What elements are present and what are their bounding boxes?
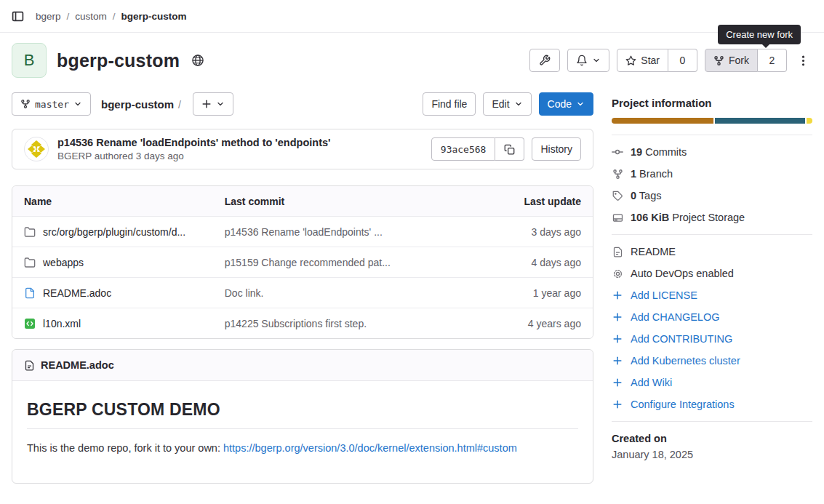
bell-icon	[576, 55, 588, 66]
table-row: README.adoc Doc link. 1 year ago	[12, 277, 593, 308]
top-bar: bgerp / custom / bgerp-custom	[0, 0, 824, 33]
clipboard-copy-icon	[504, 144, 515, 155]
project-identity: B bgerp-custom	[12, 43, 204, 78]
admin-wrench-button[interactable]	[529, 49, 560, 72]
language-bar[interactable]	[612, 118, 812, 124]
table-row: src/org/bgerp/plugin/custom/d... p14536 …	[12, 216, 593, 247]
file-icon	[612, 247, 623, 257]
column-header-name: Name	[24, 196, 225, 207]
sidebar-link-configure-integrations[interactable]: Configure Integrations	[612, 399, 812, 410]
readme-link[interactable]: https://bgerp.org/version/3.0/doc/kernel…	[223, 442, 517, 454]
file-name[interactable]: l10n.xml	[43, 318, 81, 329]
column-header-last-update: Last update	[475, 196, 581, 207]
sidebar-stat-storage[interactable]: 106 KiB Project Storage	[612, 212, 812, 223]
star-count[interactable]: 0	[668, 49, 697, 72]
more-options-button[interactable]	[794, 55, 812, 67]
readme-header[interactable]: README.adoc	[12, 350, 593, 381]
sidebar-item-auto-devops[interactable]: Auto DevOps enabled	[612, 268, 812, 279]
path-separator: /	[178, 99, 181, 111]
file-table-body: src/org/bgerp/plugin/custom/d... p14536 …	[12, 216, 593, 338]
sidebar-link-add-contributing[interactable]: Add CONTRIBUTING	[612, 333, 812, 345]
chevron-down-icon	[216, 100, 225, 108]
language-segment	[612, 118, 713, 124]
branch-selector[interactable]: master	[12, 92, 91, 116]
stat-value: 19	[631, 146, 642, 158]
stat-label: Project Storage	[672, 212, 745, 223]
sidebar-link-add-wiki[interactable]: Add Wiki	[612, 377, 812, 388]
commit-title[interactable]: p14536 Rename 'loadEndpoints' method to …	[57, 137, 331, 148]
breadcrumb-separator: /	[67, 11, 70, 22]
sidebar-item-readme[interactable]: README	[612, 246, 812, 257]
sidebar-link-add-kubernetes[interactable]: Add Kubernetes cluster	[612, 355, 812, 367]
add-file-button[interactable]	[193, 92, 233, 116]
fork-count[interactable]: 2	[758, 49, 787, 72]
last-commit-card: p14536 Rename 'loadEndpoints' method to …	[12, 129, 593, 169]
plus-icon	[612, 290, 623, 300]
star-icon	[625, 55, 636, 66]
created-on-value: January 18, 2025	[612, 449, 812, 460]
language-segment	[715, 118, 805, 124]
sidebar-stat-commits[interactable]: 19 Commits	[612, 146, 812, 158]
history-button[interactable]: History	[532, 137, 581, 161]
repo-root-crumb[interactable]: bgerp-custom	[101, 98, 174, 111]
breadcrumb-project[interactable]: bgerp-custom	[121, 11, 187, 22]
repo-toolbar: master bgerp-custom /	[12, 92, 593, 116]
tooltip-text: Create new fork	[726, 29, 793, 40]
file-last-commit[interactable]: Doc link.	[225, 287, 264, 299]
content: master bgerp-custom /	[0, 87, 824, 484]
commit-author-avatar[interactable]	[24, 137, 49, 161]
branch-icon	[612, 169, 623, 180]
stat-value: 1	[631, 168, 636, 180]
commit-icon	[612, 146, 623, 158]
file-icon	[24, 360, 35, 371]
disk-icon	[612, 212, 623, 223]
star-label: Star	[641, 55, 660, 66]
file-last-commit[interactable]: p15159 Change recommended pat...	[225, 257, 391, 268]
stat-label: Branch	[639, 168, 673, 180]
sidebar-stat-tags[interactable]: 0 Tags	[612, 190, 812, 201]
notifications-button[interactable]	[567, 49, 609, 72]
copy-sha-button[interactable]	[495, 137, 524, 161]
folder-icon	[24, 257, 36, 268]
file-name[interactable]: src/org/bgerp/plugin/custom/d...	[43, 226, 185, 238]
code-button[interactable]: Code	[539, 92, 593, 116]
created-on-label: Created on	[612, 433, 812, 444]
star-button[interactable]: Star	[617, 49, 668, 72]
sidebar-item-label: Auto DevOps enabled	[631, 268, 734, 279]
divider	[612, 234, 812, 235]
file-last-update: 3 days ago	[475, 226, 581, 238]
sidebar-toggle-icon[interactable]	[12, 10, 24, 23]
sidebar-link-add-changelog[interactable]: Add CHANGELOG	[612, 311, 812, 323]
file-name[interactable]: README.adoc	[43, 287, 111, 299]
fork-icon	[713, 55, 724, 66]
edit-button[interactable]: Edit	[483, 92, 531, 116]
readme-filename: README.adoc	[41, 359, 114, 371]
file-xml-icon	[24, 318, 36, 329]
sidebar-link-add-license[interactable]: Add LICENSE	[612, 289, 812, 301]
main-column: master bgerp-custom /	[12, 87, 593, 484]
project-information-sidebar: Project information 19 Commits 1 Bran	[612, 87, 812, 460]
fork-button[interactable]: Fork	[705, 49, 758, 72]
sidebar-link-label: Add CONTRIBUTING	[631, 333, 732, 345]
find-file-button[interactable]: Find file	[423, 92, 476, 116]
edit-label: Edit	[492, 98, 509, 110]
breadcrumb-group[interactable]: bgerp	[36, 11, 61, 22]
commit-info: p14536 Rename 'loadEndpoints' method to …	[24, 137, 331, 161]
readme-paragraph-text: This is the demo repo, fork it to your o…	[27, 442, 223, 454]
file-doc-icon	[24, 287, 36, 299]
file-last-commit[interactable]: p14225 Subscriptions first step.	[225, 318, 367, 329]
sidebar-stat-branches[interactable]: 1 Branch	[612, 168, 812, 180]
file-name[interactable]: webapps	[43, 257, 84, 268]
commit-sha: 93ace568	[431, 137, 496, 161]
readme-paragraph: This is the demo repo, fork it to your o…	[27, 442, 578, 454]
repo-toolbar-right: Find file Edit Code	[423, 92, 593, 116]
file-last-commit[interactable]: p14536 Rename 'loadEndpoints' ...	[225, 226, 383, 238]
divider	[612, 421, 812, 422]
breadcrumb-subgroup[interactable]: custom	[75, 11, 107, 22]
project-header: B bgerp-custom Create new fork	[0, 33, 824, 87]
stat-label: Tags	[639, 190, 662, 201]
ellipsis-vertical-icon	[797, 55, 809, 67]
sidebar-link-label: Configure Integrations	[631, 399, 735, 410]
folder-icon	[24, 226, 36, 238]
table-row: l10n.xml p14225 Subscriptions first step…	[12, 308, 593, 338]
